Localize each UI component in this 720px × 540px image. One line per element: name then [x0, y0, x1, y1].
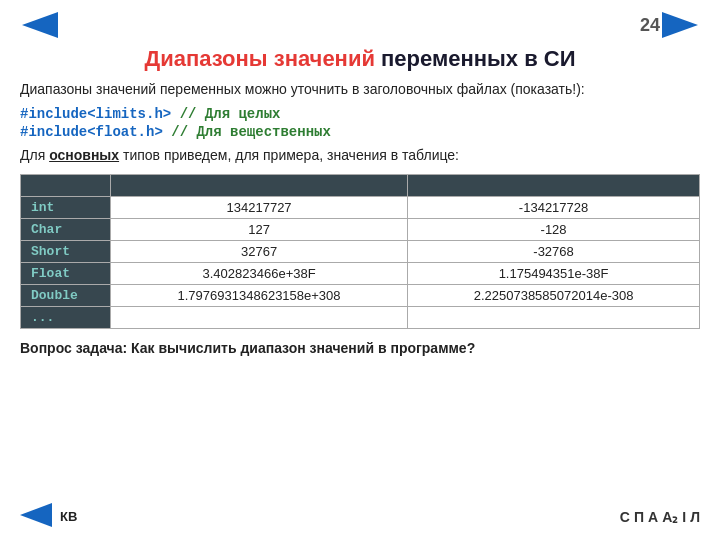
bottom-right-nav: С П А А₂ I Л [620, 509, 700, 525]
svg-marker-0 [22, 12, 58, 38]
max-char: 127 [111, 218, 408, 240]
type-double: Double [21, 284, 111, 306]
bottom-left-nav: КВ [20, 503, 77, 530]
table-row: Short 32767 -32768 [21, 240, 700, 262]
max-float: 3.402823466e+38F [111, 262, 408, 284]
header-cell-max [111, 174, 408, 196]
type-short: Short [21, 240, 111, 262]
letter-i: I [682, 509, 686, 525]
max-ellipsis [111, 306, 408, 328]
title-dark-part2: переменных в СИ [381, 46, 575, 71]
bottom-navigation: КВ С П А А₂ I Л [0, 503, 720, 530]
table-row: int 134217727 -134217728 [21, 196, 700, 218]
bottom-question-text: Вопрос задача: Как вычислить диапазон зн… [20, 339, 700, 359]
table-row: Float 3.402823466e+38F 1.175494351e-38F [21, 262, 700, 284]
table-row: Double 1.7976931348623158e+308 2.2250738… [21, 284, 700, 306]
svg-marker-1 [662, 12, 698, 38]
subtitle-text: Диапазоны значений переменных можно уточ… [20, 80, 700, 100]
top-navigation: 24 [20, 10, 700, 40]
data-table: int 134217727 -134217728 Char 127 -128 S… [20, 174, 700, 329]
main-text-underline: основных [49, 147, 119, 163]
max-short: 32767 [111, 240, 408, 262]
code-include-2: #include<float.h> [20, 124, 163, 140]
min-char: -128 [408, 218, 700, 240]
code-line-1: #include<limits.h> // Для целых [20, 106, 700, 122]
type-float: Float [21, 262, 111, 284]
table-row: ... [21, 306, 700, 328]
min-ellipsis [408, 306, 700, 328]
header-cell-min [408, 174, 700, 196]
code-include-1: #include<limits.h> [20, 106, 171, 122]
letter-l: Л [690, 509, 700, 525]
type-int: int [21, 196, 111, 218]
next-slide-button[interactable] [660, 10, 700, 40]
max-int: 134217727 [111, 196, 408, 218]
bottom-label: КВ [60, 509, 77, 524]
min-float: 1.175494351e-38F [408, 262, 700, 284]
min-int: -134217728 [408, 196, 700, 218]
code-comment-2: // Для вещественных [171, 124, 331, 140]
prev-slide-button[interactable] [20, 10, 60, 40]
min-short: -32768 [408, 240, 700, 262]
header-cell-type [21, 174, 111, 196]
main-text: Для основных типов приведем, для примера… [20, 146, 700, 166]
letter-p: П [634, 509, 644, 525]
max-double: 1.7976931348623158e+308 [111, 284, 408, 306]
letter-a2: А₂ [662, 509, 678, 525]
min-double: 2.2250738585072014e-308 [408, 284, 700, 306]
type-ellipsis: ... [21, 306, 111, 328]
code-line-2: #include<float.h> // Для вещественных [20, 124, 700, 140]
slide-title: Диапазоны значений переменных в СИ [20, 46, 700, 72]
svg-marker-2 [20, 503, 52, 527]
table-header-row [21, 174, 700, 196]
letter-c: С [620, 509, 630, 525]
type-char: Char [21, 218, 111, 240]
main-text-prefix: Для [20, 147, 49, 163]
slide-number: 24 [640, 15, 660, 36]
bottom-prev-button[interactable] [20, 503, 52, 530]
letter-a1: А [648, 509, 658, 525]
title-colored-part: Диапазоны значений [144, 46, 375, 71]
slide: 24 Диапазоны значений переменных в СИ Ди… [0, 0, 720, 540]
main-text-suffix: типов приведем, для примера, значения в … [119, 147, 459, 163]
table-row: Char 127 -128 [21, 218, 700, 240]
code-comment-1: // Для целых [180, 106, 281, 122]
bottom-question: Вопрос задача: Как вычислить диапазон зн… [20, 340, 475, 356]
